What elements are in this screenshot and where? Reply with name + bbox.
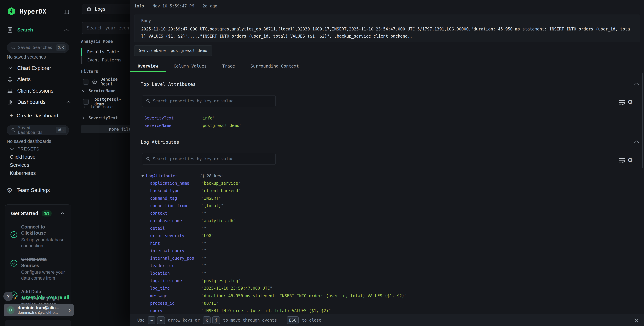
tab-column-values[interactable]: Column Values bbox=[166, 60, 214, 72]
attribute-value[interactable]: info bbox=[202, 116, 212, 121]
create-dashboard-button[interactable]: + Create Dashboard bbox=[10, 112, 58, 119]
attribute-key[interactable]: command_tag bbox=[150, 196, 202, 201]
attribute-value[interactable]: analytics_db bbox=[204, 218, 233, 223]
denoise-filter-row[interactable]: Denoise Resul bbox=[83, 77, 130, 87]
tab-trace[interactable]: Trace bbox=[214, 60, 243, 72]
load-more-label: Load more bbox=[91, 105, 113, 109]
search-section-header[interactable]: Search bbox=[7, 27, 69, 33]
tab-overview[interactable]: Overview bbox=[130, 60, 166, 72]
attribute-key[interactable]: SeverityText bbox=[144, 116, 200, 121]
attribute-key[interactable]: internal_query_pos bbox=[150, 256, 202, 261]
attribute-key[interactable]: leader_pid bbox=[150, 263, 202, 268]
chevron-right-icon bbox=[82, 116, 85, 120]
chevron-up-icon[interactable] bbox=[60, 212, 65, 215]
sidebar-item-dashboards[interactable]: Dashboards bbox=[7, 98, 71, 106]
attribute-key[interactable]: detail bbox=[150, 226, 202, 231]
presets-toggle[interactable]: PRESETS bbox=[10, 147, 40, 151]
load-more-button[interactable]: Load more bbox=[84, 105, 113, 109]
attribute-key[interactable]: database_name bbox=[150, 218, 202, 223]
service-name-group-toggle[interactable]: ServiceName bbox=[82, 89, 115, 93]
attribute-value[interactable]: client backend bbox=[204, 188, 238, 193]
get-started-header[interactable]: Get Started 3/3 bbox=[5, 205, 71, 216]
service-name-tag[interactable]: ServiceName: postgresql-demo bbox=[134, 45, 212, 56]
search-section-icon bbox=[7, 27, 13, 33]
log-attributes-search[interactable] bbox=[142, 153, 276, 165]
attribute-row: hint"" bbox=[150, 239, 607, 247]
attribute-row: SeverityText "info" bbox=[144, 114, 550, 122]
attribute-value[interactable]: INSERT bbox=[204, 196, 218, 201]
user-menu[interactable]: D dominic.tran@clic... dominic.tran@clic… bbox=[4, 304, 74, 316]
attribute-value[interactable]: postgresql.log bbox=[204, 278, 238, 283]
attribute-value[interactable]: LOG bbox=[204, 233, 211, 238]
wrap-lines-icon[interactable] bbox=[618, 156, 626, 164]
attribute-key[interactable]: application_name bbox=[150, 181, 202, 186]
attribute-key[interactable]: context bbox=[150, 211, 202, 216]
chevron-up-icon[interactable] bbox=[64, 29, 69, 32]
chevron-right-icon: › bbox=[69, 306, 71, 314]
logs-source-icon bbox=[86, 7, 92, 12]
shortcut-badge: ⌘K bbox=[56, 44, 66, 51]
severity-group-toggle[interactable]: SeverityText bbox=[82, 116, 118, 120]
more-filters-button[interactable]: More filte bbox=[81, 125, 134, 133]
sidebar-item-chart-explorer[interactable]: Chart Explorer bbox=[7, 64, 71, 72]
attribute-value[interactable]: backup_service bbox=[204, 181, 238, 186]
mode-rail-active bbox=[81, 48, 82, 56]
attribute-key[interactable]: query bbox=[150, 308, 202, 313]
attribute-key[interactable]: location bbox=[150, 271, 202, 276]
collapse-section-icon[interactable] bbox=[634, 82, 640, 86]
sidebar-item-team-settings[interactable]: ⚙ Team Settings bbox=[7, 186, 71, 194]
gear-icon[interactable]: ⚙ bbox=[628, 156, 632, 164]
attribute-key[interactable]: backend_type bbox=[150, 188, 202, 193]
chevron-right-icon bbox=[84, 105, 86, 109]
preset-kubernetes[interactable]: Kubernetes bbox=[10, 170, 36, 176]
hyperdx-app: HyperDX Search Saved Searches ⌘K No save… bbox=[0, 0, 644, 326]
preset-clickhouse[interactable]: ClickHouse bbox=[10, 154, 36, 160]
sidebar-item-alerts[interactable]: Alerts bbox=[7, 75, 71, 84]
denoise-checkbox[interactable] bbox=[83, 79, 88, 85]
log-attributes-root-row[interactable]: LogAttributes {} 28 keys bbox=[141, 172, 224, 180]
attribute-value[interactable]: duration: 45.950 ms statement: INSERT IN… bbox=[204, 293, 404, 298]
search-icon bbox=[146, 99, 150, 103]
preset-services[interactable]: Services bbox=[10, 162, 29, 168]
attribute-key[interactable]: connection_from bbox=[150, 203, 202, 208]
wrap-lines-icon[interactable] bbox=[618, 99, 626, 106]
log-attributes-search-input[interactable] bbox=[153, 157, 272, 161]
attribute-key[interactable]: error_severity bbox=[150, 233, 202, 238]
get-started-item[interactable]: Connect to ClickHouse Set up your databa… bbox=[10, 224, 66, 249]
gear-icon[interactable]: ⚙ bbox=[628, 98, 632, 106]
attribute-key[interactable]: internal_query bbox=[150, 248, 202, 253]
saved-dashboards-input[interactable]: Saved Dashboards ⌘K bbox=[7, 125, 69, 135]
chevron-down-icon bbox=[10, 148, 14, 150]
attribute-key[interactable]: hint bbox=[150, 241, 202, 246]
attribute-value[interactable]: [local] bbox=[204, 203, 221, 208]
get-started-item[interactable]: Create Data Sources Configure where your… bbox=[10, 256, 66, 281]
logo[interactable]: HyperDX bbox=[7, 7, 46, 16]
attribute-key[interactable]: LogAttributes bbox=[146, 174, 200, 178]
collapse-section-icon[interactable] bbox=[634, 140, 640, 144]
attribute-key[interactable]: log_time bbox=[150, 286, 202, 291]
attribute-value[interactable]: 88711 bbox=[204, 301, 216, 306]
tab-surrounding-context[interactable]: Surrounding Context bbox=[243, 60, 306, 72]
help-button[interactable]: ? bbox=[4, 292, 13, 301]
mode-event-patterns[interactable]: Event Patterns bbox=[87, 58, 122, 63]
attribute-value[interactable]: postgresql-demo bbox=[202, 123, 239, 128]
attribute-key[interactable]: process_id bbox=[150, 301, 202, 306]
bell-icon bbox=[7, 76, 13, 83]
expand-triangle-icon[interactable] bbox=[141, 175, 144, 177]
get-started-title: Get Started bbox=[11, 211, 38, 216]
attribute-key[interactable]: ServiceName bbox=[144, 123, 200, 128]
sidebar-item-client-sessions[interactable]: Client Sessions bbox=[7, 87, 71, 95]
top-level-search-input[interactable] bbox=[153, 99, 272, 103]
attribute-value[interactable]: INSERT INTO orders (user_id, total) VALU… bbox=[204, 308, 328, 313]
attribute-value[interactable]: 2025-11-10 23:59:47.000 UTC bbox=[204, 286, 270, 291]
collapse-sidebar-icon[interactable] bbox=[63, 9, 70, 15]
saved-searches-input[interactable]: Saved Searches ⌘K bbox=[7, 42, 69, 53]
attribute-key[interactable]: log.file.name bbox=[150, 278, 202, 283]
mode-results-table[interactable]: Results Table bbox=[87, 50, 119, 54]
top-level-search[interactable] bbox=[142, 95, 276, 107]
service-option-checkbox[interactable] bbox=[83, 99, 88, 105]
close-icon[interactable] bbox=[633, 317, 640, 323]
chevron-up-icon[interactable] bbox=[66, 101, 71, 104]
attribute-key[interactable]: message bbox=[150, 293, 202, 298]
scrollbar[interactable] bbox=[642, 73, 643, 168]
